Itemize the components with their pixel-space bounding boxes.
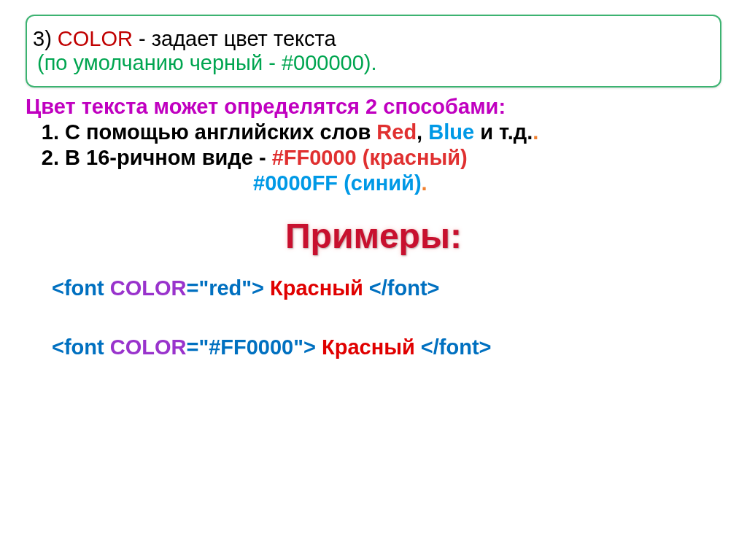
- item3-paren: (синий): [338, 171, 422, 195]
- list-num-2: 2.: [26, 146, 59, 170]
- definition-line-1: 3) COLOR - задает цвет текста: [33, 27, 713, 51]
- ex2-close: </font>: [415, 335, 492, 359]
- ex1-close: </font>: [363, 276, 440, 300]
- ex2-attr: COLOR: [110, 335, 187, 359]
- ex2-open2: ="#FF0000">: [186, 335, 322, 359]
- word-blue: Blue: [428, 120, 474, 144]
- item1-text: С помощью английских слов: [59, 120, 376, 144]
- definition-box: 3) COLOR - задает цвет текста (по умолча…: [26, 15, 721, 88]
- prefix: 3): [33, 27, 58, 50]
- definition-suffix: - задает цвет текста: [133, 27, 336, 50]
- ex1-open2: ="red">: [186, 276, 270, 300]
- list-num-1: 1.: [26, 120, 59, 144]
- ex2-content: Красный: [322, 335, 415, 359]
- intro-line: Цвет текста может определятся 2 способам…: [26, 95, 721, 119]
- hex-red: #FF0000: [272, 146, 357, 169]
- ex1-attr: COLOR: [110, 276, 187, 300]
- item3-dot: .: [422, 171, 427, 195]
- item2-text: В 16-ричном виде -: [59, 146, 272, 169]
- ex2-open1: <font: [52, 335, 110, 359]
- code-example-1: <font COLOR="red"> Красный </font>: [52, 276, 721, 300]
- list-item-2: 2. В 16-ричном виде - #FF0000 (красный): [26, 146, 721, 170]
- list-item-3: #0000FF (синий).: [253, 171, 721, 195]
- examples-heading: Примеры:: [26, 216, 721, 256]
- hex-blue: #0000FF: [253, 171, 338, 195]
- item1-end: и т.д.: [474, 120, 533, 144]
- keyword-color: COLOR: [58, 27, 133, 50]
- ex1-content: Красный: [270, 276, 363, 300]
- item2-paren: (красный): [357, 146, 468, 169]
- code-example-2: <font COLOR="#FF0000"> Красный </font>: [52, 335, 721, 359]
- word-red: Red: [376, 120, 417, 144]
- body-content: Цвет текста может определятся 2 способам…: [26, 95, 721, 359]
- item1-dot: .: [533, 120, 538, 144]
- list-item-1: 1. С помощью английских слов Red, Blue и…: [26, 120, 721, 144]
- definition-line-2: (по умолчанию черный - #000000).: [37, 51, 713, 75]
- item1-mid: ,: [417, 120, 428, 144]
- ex1-open1: <font: [52, 276, 110, 300]
